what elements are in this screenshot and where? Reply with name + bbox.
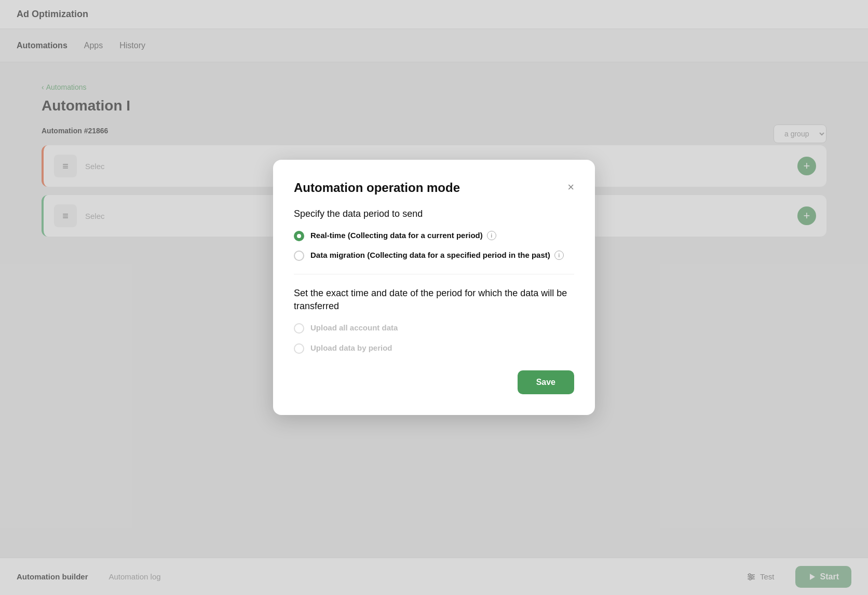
radio-option-migration[interactable]: Data migration (Collecting data for a sp… bbox=[294, 250, 574, 261]
radio-by-period-label: Upload data by period bbox=[310, 342, 392, 354]
radio-realtime-label: Real-time (Collecting data for a current… bbox=[310, 230, 496, 242]
radio-option-realtime[interactable]: Real-time (Collecting data for a current… bbox=[294, 230, 574, 242]
radio-by-period bbox=[294, 343, 304, 354]
radio-option-by-period: Upload data by period bbox=[294, 342, 574, 354]
radio-realtime[interactable] bbox=[294, 231, 304, 241]
modal-footer: Save bbox=[294, 370, 574, 394]
radio-migration-label: Data migration (Collecting data for a sp… bbox=[310, 250, 564, 261]
info-icon-realtime[interactable]: i bbox=[487, 231, 496, 240]
radio-option-all-data: Upload all account data bbox=[294, 322, 574, 334]
modal-title: Automation operation mode bbox=[294, 181, 460, 195]
modal: Automation operation mode × Specify the … bbox=[273, 160, 595, 416]
radio-all-data bbox=[294, 323, 304, 334]
modal-divider bbox=[294, 274, 574, 274]
radio-migration[interactable] bbox=[294, 251, 304, 261]
section1-label: Specify the data period to send bbox=[294, 207, 574, 220]
section2-label: Set the exact time and date of the perio… bbox=[294, 287, 574, 313]
info-icon-migration[interactable]: i bbox=[554, 251, 564, 260]
modal-header: Automation operation mode × bbox=[294, 181, 574, 195]
radio-all-data-label: Upload all account data bbox=[310, 322, 398, 334]
modal-close-button[interactable]: × bbox=[567, 182, 574, 193]
save-button[interactable]: Save bbox=[518, 370, 574, 394]
